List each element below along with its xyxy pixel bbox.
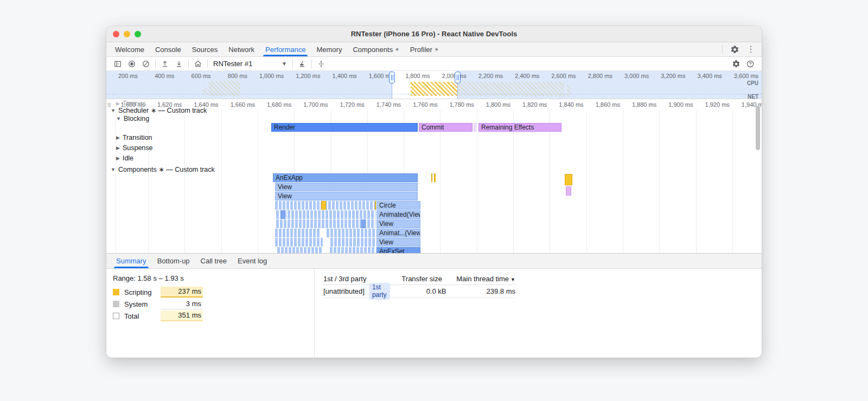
record-icon[interactable] (125, 57, 139, 70)
flame-bar-label: View (276, 192, 417, 200)
flame-bar[interactable] (375, 201, 376, 210)
ruler-tick-label: 1,840 ms (559, 101, 583, 108)
expander-arrow-icon[interactable]: ▼ (116, 116, 121, 121)
col-transfer-header[interactable]: Transfer size (382, 275, 442, 283)
gridline (148, 110, 149, 253)
flame-bar[interactable]: View (376, 219, 420, 228)
capture-settings-icon[interactable] (314, 57, 328, 70)
flame-bar[interactable]: View (376, 238, 420, 247)
flame-bar[interactable] (330, 238, 375, 247)
track-label[interactable]: ▼ Scheduler ∗ — Custom track (111, 106, 207, 114)
tab-label: Performance (265, 46, 305, 54)
divider (155, 60, 156, 68)
toggle-sidebar-icon[interactable] (111, 57, 125, 70)
selection-handle-left[interactable] (389, 72, 395, 83)
devtools-tab[interactable]: Console (150, 42, 187, 56)
flame-bar[interactable]: Animated(View) (376, 210, 420, 219)
track-label[interactable]: ▼ Blocking (116, 115, 149, 122)
devtools-tab[interactable]: Profiler ∗ (405, 42, 444, 56)
live-metrics-home-icon[interactable] (191, 57, 205, 70)
legend-label: System (124, 300, 161, 308)
flame-bar[interactable] (277, 247, 323, 253)
overview-tick-label: 3,200 ms (661, 73, 685, 79)
vertical-scrollbar[interactable] (756, 106, 760, 150)
col-party-header[interactable]: 1st / 3rd party (323, 275, 382, 283)
devtools-tab[interactable]: Sources (187, 42, 224, 56)
devtools-tab[interactable]: Memory (311, 42, 347, 56)
more-options-icon[interactable]: ⋮ (744, 43, 757, 56)
panel-settings-icon[interactable] (729, 57, 743, 70)
flame-bar[interactable] (566, 186, 571, 196)
flame-bar[interactable] (434, 173, 436, 182)
flame-bar[interactable]: View (275, 192, 418, 200)
flame-bar[interactable]: View (275, 183, 418, 191)
devtools-tab[interactable]: Performance (260, 42, 311, 56)
flame-bar[interactable] (281, 210, 285, 219)
summary-legend: Scripting 237 ms System 3 ms Total 351 m… (113, 286, 308, 322)
flame-bar[interactable] (275, 229, 320, 237)
col-main-thread-header[interactable]: Main thread time▼ (442, 275, 515, 283)
details-tab-label: Bottom-up (157, 257, 190, 265)
flame-bar[interactable] (327, 229, 375, 237)
summary-pane: Range: 1.58 s – 1.93 s Scripting 237 ms … (106, 269, 315, 358)
expander-arrow-icon[interactable]: ▶ (116, 156, 120, 161)
ruler-tick-label: 1,760 ms (413, 101, 437, 108)
flame-bar[interactable] (321, 201, 326, 210)
flame-bar[interactable]: Remaining Effects (478, 123, 561, 132)
save-profile-icon[interactable] (172, 57, 186, 70)
cpu-lane-label: CPU (747, 80, 758, 86)
details-tab[interactable]: Event log (232, 254, 272, 268)
track-label[interactable]: ▶ Suspense (116, 144, 153, 152)
flame-bar[interactable]: Render (271, 123, 418, 132)
track-name: Suspense (123, 144, 153, 152)
settings-icon[interactable] (728, 43, 741, 56)
flame-bar[interactable] (431, 173, 432, 182)
track-label[interactable]: ▼ Components ∗ — Custom track (111, 165, 215, 173)
track-label[interactable]: ▶ Idle (116, 154, 133, 162)
main-thread-time-value: 239.8 ms (446, 287, 515, 295)
ruler-tick-label: 1,920 ms (705, 101, 730, 108)
flame-bar[interactable] (330, 247, 375, 253)
timeline-overview[interactable]: 200 ms400 ms600 ms800 ms1,000 ms1,200 ms… (106, 71, 762, 99)
flame-bar[interactable] (474, 123, 476, 132)
load-profile-icon[interactable] (158, 57, 172, 70)
flame-bar[interactable] (276, 219, 375, 228)
expander-arrow-icon[interactable]: ▶ (116, 101, 120, 106)
devtools-tab[interactable]: Network (223, 42, 260, 56)
flame-bar[interactable] (565, 174, 572, 185)
expander-arrow-icon[interactable]: ▶ (116, 145, 120, 151)
help-icon[interactable] (743, 57, 757, 70)
selection-handle-right[interactable] (455, 72, 461, 83)
legend-row: System 3 ms (113, 298, 203, 310)
flame-bar[interactable]: AnExSet (376, 247, 420, 253)
flame-bar[interactable]: Circle (376, 201, 420, 210)
flame-bar-label: Animated(View) (377, 211, 420, 218)
flame-chart[interactable]: 1,600 ms1,620 ms1,640 ms1,660 ms1,680 ms… (106, 99, 762, 253)
gridline (623, 110, 623, 253)
track-label[interactable]: ▶ Transition (116, 134, 152, 141)
flame-bar[interactable] (361, 219, 366, 228)
details-tab[interactable]: Call tree (195, 254, 232, 268)
flame-bar[interactable] (276, 210, 375, 219)
devtools-tab[interactable]: Welcome (110, 42, 150, 56)
legend-value: 237 ms (161, 287, 203, 297)
flame-bar[interactable]: AnExApp (273, 173, 418, 182)
gridline (659, 110, 660, 253)
clear-icon[interactable] (139, 57, 153, 70)
flame-bar[interactable]: Commit (419, 123, 473, 132)
tab-label: Welcome (115, 46, 144, 54)
expander-arrow-icon[interactable]: ▶ (116, 135, 120, 140)
details-tab[interactable]: Bottom-up (152, 254, 195, 268)
tab-label: Console (155, 46, 181, 54)
flame-bar[interactable] (275, 238, 323, 247)
track-name: Scheduler ∗ — Custom track (118, 106, 207, 114)
table-row[interactable]: [unattributed] 1st party 0.0 kB 239.8 ms (323, 285, 515, 298)
expander-arrow-icon[interactable]: ▼ (111, 108, 116, 113)
expander-arrow-icon[interactable]: ▼ (111, 167, 116, 172)
flame-bar[interactable]: Animat...(View) (376, 229, 420, 237)
grip-icon (457, 75, 459, 80)
collect-garbage-icon[interactable] (295, 57, 309, 70)
details-tab[interactable]: Summary (111, 254, 152, 268)
target-selector[interactable]: RNTester #1 ▼ (210, 60, 290, 68)
devtools-tab[interactable]: Components ∗ (347, 42, 404, 56)
